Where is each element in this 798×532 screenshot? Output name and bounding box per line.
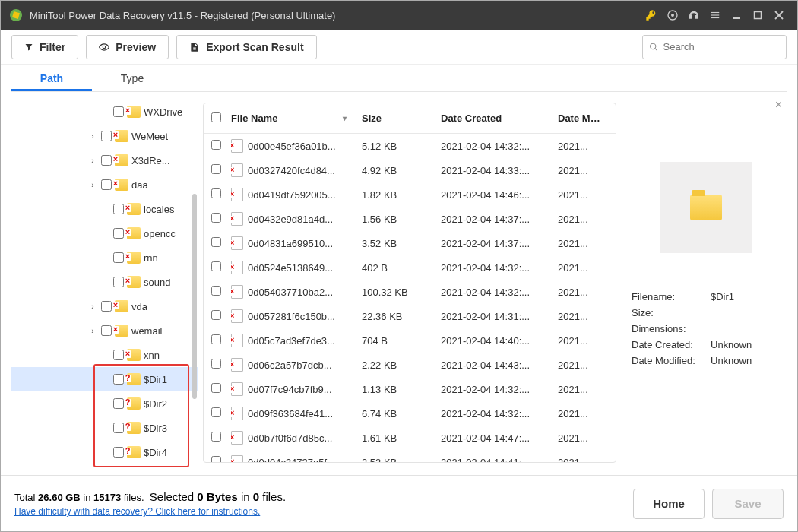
- export-button[interactable]: Export Scan Result: [176, 35, 316, 59]
- folder-tree[interactable]: WXDrive›WeMeet›X3dRe...›daalocalesopencc…: [11, 95, 198, 470]
- save-button[interactable]: Save: [712, 489, 784, 519]
- column-created[interactable]: Date Created: [441, 112, 558, 124]
- tree-checkbox[interactable]: [113, 423, 124, 433]
- tree-node[interactable]: WXDrive: [11, 100, 198, 124]
- file-row[interactable]: 0d07f7c94cb7fb9...1.13 KB2021-02-04 14:3…: [204, 377, 616, 401]
- tree-node-label: $Dir1: [144, 374, 167, 385]
- tree-node[interactable]: ›daa: [11, 173, 198, 197]
- window-title: MiniTool Power Data Recovery v11.5 - Reg…: [30, 10, 335, 21]
- svg-point-11: [103, 46, 106, 49]
- filter-button[interactable]: Filter: [11, 35, 78, 59]
- tree-node[interactable]: locales: [11, 197, 198, 221]
- help-link[interactable]: Have difficulty with data recovery? Clic…: [14, 506, 286, 517]
- tree-node[interactable]: ›vda: [11, 294, 198, 318]
- tree-node[interactable]: ›X3dRe...: [11, 148, 198, 173]
- row-checkbox[interactable]: [211, 140, 221, 150]
- row-checkbox[interactable]: [211, 310, 221, 320]
- file-size: 2.52 KB: [362, 457, 441, 463]
- home-button[interactable]: Home: [633, 489, 705, 519]
- tree-node[interactable]: opencc: [11, 221, 198, 245]
- search-input[interactable]: [663, 41, 781, 52]
- tree-node[interactable]: $Dir3: [11, 416, 198, 440]
- file-row[interactable]: 0d05c7ad3ef7de3...704 B2021-02-04 14:40:…: [204, 328, 616, 353]
- tree-checkbox[interactable]: [101, 179, 112, 190]
- tree-checkbox[interactable]: [113, 204, 124, 214]
- file-row[interactable]: 0d0419df7592005...1.82 KB2021-02-04 14:4…: [204, 182, 616, 207]
- filter-label: Filter: [40, 41, 65, 53]
- tree-node[interactable]: $Dir2: [11, 391, 198, 416]
- expander-icon[interactable]: ›: [87, 157, 98, 165]
- row-checkbox[interactable]: [211, 286, 221, 296]
- key-icon[interactable]: [641, 5, 662, 26]
- tree-node[interactable]: rnn: [11, 245, 198, 270]
- preview-button[interactable]: Preview: [86, 35, 169, 59]
- close-icon[interactable]: [768, 5, 790, 26]
- tree-node[interactable]: $Dir4: [11, 440, 198, 464]
- tree-scrollbar-thumb[interactable]: [192, 194, 197, 399]
- file-size: 100.32 KB: [362, 287, 441, 298]
- disc-icon[interactable]: [662, 5, 683, 26]
- file-row[interactable]: 0d057281f6c150b...22.36 KB2021-02-04 14:…: [204, 304, 616, 328]
- tree-checkbox[interactable]: [101, 131, 112, 141]
- row-checkbox[interactable]: [211, 188, 221, 198]
- minimize-icon[interactable]: [726, 5, 747, 26]
- select-all-checkbox[interactable]: [211, 112, 221, 122]
- tree-checkbox[interactable]: [113, 228, 124, 239]
- tree-checkbox[interactable]: [113, 277, 124, 287]
- preview-close-icon[interactable]: ×: [775, 98, 782, 112]
- file-row[interactable]: 0d0524e5138649...402 B2021-02-04 14:32:.…: [204, 255, 616, 280]
- tree-checkbox[interactable]: [113, 252, 124, 263]
- row-checkbox[interactable]: [211, 383, 221, 393]
- tab-path[interactable]: Path: [11, 65, 92, 91]
- row-checkbox[interactable]: [211, 164, 221, 174]
- file-icon: [231, 188, 243, 201]
- tab-type[interactable]: Type: [92, 65, 173, 91]
- file-row[interactable]: 0d0327420fc4d84...4.92 KB2021-02-04 14:3…: [204, 158, 616, 182]
- file-row[interactable]: 0d0d04c34737a5f...2.52 KB2021-02-04 14:4…: [204, 450, 616, 462]
- column-name[interactable]: File Name▾: [231, 112, 362, 124]
- file-row[interactable]: 0d054037710ba2...100.32 KB2021-02-04 14:…: [204, 280, 616, 304]
- file-row[interactable]: 0d04831a699510...3.52 KB2021-02-04 14:37…: [204, 231, 616, 255]
- file-row[interactable]: 0d09f363684fe41...6.74 KB2021-02-04 14:3…: [204, 401, 616, 426]
- file-row[interactable]: 0d00e45ef36a01b...5.12 KB2021-02-04 14:3…: [204, 134, 616, 158]
- tree-node[interactable]: ›wemail: [11, 318, 198, 343]
- tree-checkbox[interactable]: [101, 325, 112, 336]
- file-row[interactable]: 0d06c2a57b7dcb...2.22 KB2021-02-04 14:43…: [204, 353, 616, 377]
- tree-checkbox[interactable]: [113, 398, 124, 409]
- tree-checkbox[interactable]: [113, 374, 124, 385]
- file-size: 1.56 KB: [362, 214, 441, 225]
- tree-node[interactable]: ›WeMeet: [11, 124, 198, 148]
- row-checkbox[interactable]: [211, 334, 221, 344]
- row-checkbox[interactable]: [211, 407, 221, 417]
- tree-checkbox[interactable]: [113, 447, 124, 458]
- row-checkbox[interactable]: [211, 432, 221, 442]
- menu-icon[interactable]: [705, 5, 726, 26]
- tree-checkbox[interactable]: [101, 155, 112, 166]
- tree-checkbox[interactable]: [101, 301, 112, 312]
- file-name: 0d06c2a57b7dcb...: [248, 359, 332, 371]
- export-icon: [189, 42, 200, 52]
- search-box[interactable]: [642, 35, 787, 59]
- file-row[interactable]: 0d0b7f0f6d7d85c...1.61 KB2021-02-04 14:4…: [204, 426, 616, 450]
- row-checkbox[interactable]: [211, 237, 221, 247]
- tree-checkbox[interactable]: [113, 350, 124, 360]
- tree-node-label: opencc: [144, 228, 176, 239]
- file-row[interactable]: 0d0432e9d81a4d...1.56 KB2021-02-04 14:37…: [204, 207, 616, 231]
- expander-icon[interactable]: ›: [87, 327, 98, 335]
- headphones-icon[interactable]: [683, 5, 705, 26]
- tree-node[interactable]: xnn: [11, 343, 198, 367]
- row-checkbox[interactable]: [211, 359, 221, 369]
- maximize-icon[interactable]: [747, 5, 768, 26]
- row-checkbox[interactable]: [211, 213, 221, 223]
- tree-checkbox[interactable]: [113, 106, 124, 117]
- row-checkbox[interactable]: [211, 456, 221, 462]
- expander-icon[interactable]: ›: [87, 181, 98, 189]
- file-modified: 2021...: [558, 384, 608, 395]
- expander-icon[interactable]: ›: [87, 132, 98, 141]
- column-modified[interactable]: Date Modif: [558, 112, 608, 124]
- column-size[interactable]: Size: [362, 112, 441, 124]
- row-checkbox[interactable]: [211, 261, 221, 271]
- tree-node[interactable]: $Dir1: [11, 367, 198, 391]
- expander-icon[interactable]: ›: [87, 302, 98, 311]
- tree-node[interactable]: sound: [11, 270, 198, 294]
